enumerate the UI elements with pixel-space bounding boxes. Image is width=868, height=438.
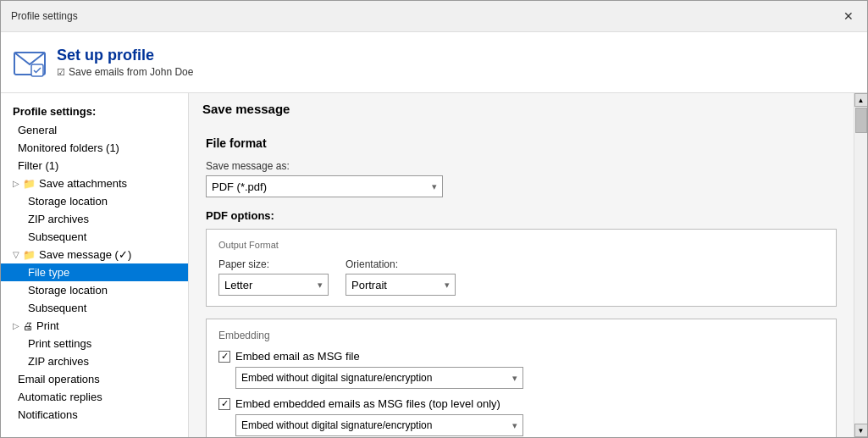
sidebar-item-subsequent-2[interactable]: Subsequent [1,299,188,317]
sidebar-item-print-settings[interactable]: Print settings [1,335,188,352]
embed-select-1[interactable]: Embed without digital signature/encrypti… [235,367,523,389]
main-window: Profile settings ✕ Set up profile ☑ Save… [0,0,868,438]
sidebar-group-save-message-label: Save message (✓) [39,248,131,261]
expand-icon-3: ▷ [13,321,19,330]
sidebar-item-notifications[interactable]: Notifications [1,406,188,424]
profile-title: Set up profile [57,47,193,64]
scroll-track [854,107,868,424]
orientation-label: Orientation: [346,258,456,270]
embed-checkbox-2[interactable] [218,398,230,410]
embed-label-2: Embed embedded emails as MSG files (top … [235,397,500,410]
sidebar-group-print[interactable]: ▷ 🖨 Print [1,317,188,335]
scroll-up-button[interactable]: ▲ [854,93,868,107]
sidebar-group-print-label: Print [36,319,59,332]
embed-select-wrapper-1: Embed without digital signature/encrypti… [235,367,523,389]
scroll-thumb[interactable] [855,108,867,133]
sidebar-item-filter[interactable]: Filter (1) [1,157,188,175]
embed-row-1: Embed email as MSG file [218,350,824,363]
sidebar-section-title: Profile settings: [1,100,188,121]
orientation-col: Orientation: Portrait Landscape [346,258,456,296]
expand-icon: ▷ [13,179,19,188]
embed-item-2: Embed embedded emails as MSG files (top … [218,397,824,436]
output-format-row: Paper size: Letter A4 Legal A3 [218,258,824,296]
sidebar-item-general[interactable]: General [1,121,188,139]
output-format-title: Output Format [218,240,824,250]
save-as-group: Save message as: PDF (*.pdf) MSG (*.msg)… [206,160,837,197]
profile-info: Set up profile ☑ Save emails from John D… [57,47,193,78]
sidebar-group-save-attachments-label: Save attachments [39,177,127,190]
profile-icon [13,46,47,80]
scrollbar: ▲ ▼ [854,93,867,437]
profile-subtitle: ☑ Save emails from John Doe [57,66,193,78]
sidebar-item-storage-location-1[interactable]: Storage location [1,192,188,210]
close-button[interactable]: ✕ [840,8,857,25]
folder-icon-3: 🖨 [23,320,33,332]
content-section-title: Save message [189,93,854,123]
paper-size-label: Paper size: [218,258,329,270]
sidebar-item-zip-archives-2[interactable]: ZIP archives [1,352,188,370]
sidebar-item-subsequent-1[interactable]: Subsequent [1,228,188,246]
sidebar-group-save-attachments[interactable]: ▷ 📁 Save attachments [1,175,188,192]
main-content: Profile settings: General Monitored fold… [1,93,867,437]
title-bar: Profile settings ✕ [1,1,867,32]
sidebar-item-storage-location-2[interactable]: Storage location [1,281,188,299]
output-format-box: Output Format Paper size: Letter A4 Lega… [206,229,837,307]
sidebar: Profile settings: General Monitored fold… [1,93,189,437]
folder-icon: 📁 [23,178,36,190]
embed-label-1: Embed email as MSG file [235,350,360,363]
embed-checkbox-1[interactable] [218,351,230,363]
content-wrapper: Save message File format Save message as… [189,93,867,437]
file-format-title: File format [206,136,837,150]
profile-subtitle-text: Save emails from John Doe [69,66,193,78]
embed-row-2: Embed embedded emails as MSG files (top … [218,397,824,410]
content-area: Save message File format Save message as… [189,93,854,437]
sidebar-item-monitored-folders[interactable]: Monitored folders (1) [1,139,188,157]
sidebar-item-zip-archives-1[interactable]: ZIP archives [1,210,188,228]
orientation-select[interactable]: Portrait Landscape [346,274,456,296]
profile-header: Set up profile ☑ Save emails from John D… [1,32,867,93]
sidebar-item-automatic-replies[interactable]: Automatic replies [1,388,188,406]
orientation-select-wrapper: Portrait Landscape [346,274,456,296]
embedding-title: Embedding [218,330,824,341]
paper-size-select-wrapper: Letter A4 Legal A3 [218,274,329,296]
sidebar-group-save-message[interactable]: ▽ 📁 Save message (✓) [1,246,188,263]
sidebar-item-file-type[interactable]: File type [1,263,188,281]
embed-select-wrapper-2: Embed without digital signature/encrypti… [235,414,523,436]
scroll-down-button[interactable]: ▼ [854,424,868,437]
sidebar-item-email-operations[interactable]: Email operations [1,370,188,388]
embed-select-2[interactable]: Embed without digital signature/encrypti… [235,414,523,436]
expand-icon-2: ▽ [13,250,19,259]
pdf-options-label: PDF options: [206,209,837,222]
embed-item-1: Embed email as MSG file Embed without di… [218,350,824,389]
subtitle-check-icon: ☑ [57,67,65,78]
content-inner: File format Save message as: PDF (*.pdf)… [189,123,854,437]
save-as-select-wrapper: PDF (*.pdf) MSG (*.msg) EML (*.eml) HTML… [206,175,443,197]
folder-icon-2: 📁 [23,249,36,261]
embedding-box: Embedding Embed email as MSG file Embed … [206,319,837,437]
paper-size-col: Paper size: Letter A4 Legal A3 [218,258,329,296]
save-as-label: Save message as: [206,160,837,172]
save-as-select[interactable]: PDF (*.pdf) MSG (*.msg) EML (*.eml) HTML… [206,175,443,197]
window-title: Profile settings [11,10,78,22]
paper-size-select[interactable]: Letter A4 Legal A3 [218,274,329,296]
